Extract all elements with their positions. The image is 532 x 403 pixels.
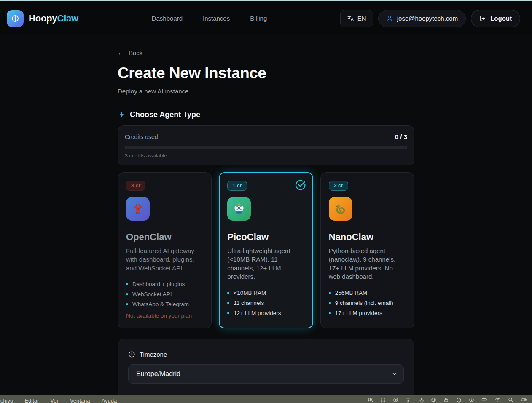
credit-badge: 2 cr: [329, 181, 348, 191]
agent-description: Full-featured AI gateway with dashboard,…: [126, 247, 203, 272]
menu-item-archivo[interactable]: chivo: [0, 398, 13, 403]
back-label: Back: [129, 49, 142, 56]
toggle-icon[interactable]: [521, 397, 527, 403]
info-icon[interactable]: [469, 397, 474, 403]
lobster-icon: [126, 197, 150, 221]
nav-item-dashboard[interactable]: Dashboard: [152, 15, 183, 22]
feature-item: Dashboard + plugins: [126, 281, 203, 287]
feature-item: 9 channels (incl. email): [329, 300, 406, 306]
logout-label: Logout: [490, 15, 512, 22]
system-tray: [368, 397, 532, 403]
agent-features: 256MB RAM 9 channels (incl. email) 17+ L…: [329, 290, 406, 316]
timezone-label-row: Timezone: [128, 351, 404, 358]
availability-note: Not available on your plan: [126, 312, 203, 319]
bullet-dot: [329, 292, 331, 294]
instance-config-panel: Timezone Europe/Madrid LLM Provider * An…: [118, 339, 414, 403]
bullet-dot: [227, 312, 229, 314]
credits-note: 3 credits available: [125, 153, 407, 159]
bullet-dot: [227, 302, 229, 304]
credits-panel: Credits used 0 / 3 3 credits available: [118, 125, 414, 165]
bullet-dot: [126, 283, 128, 285]
page-title: Create New Instance: [118, 64, 414, 82]
users-icon[interactable]: [368, 397, 373, 403]
user-icon: [386, 15, 393, 22]
bullet-dot: [126, 303, 128, 305]
nav-item-billing[interactable]: Billing: [250, 15, 267, 22]
agent-card-openclaw: 8 cr OpenClaw Full-featured AI gatew: [118, 172, 212, 328]
timezone-select[interactable]: Europe/Madrid: [128, 364, 404, 384]
timezone-label: Timezone: [140, 351, 167, 358]
agent-cards: 8 cr OpenClaw Full-featured AI gatew: [118, 172, 414, 328]
wifi-icon[interactable]: [495, 397, 501, 403]
language-label: EN: [357, 15, 366, 22]
agent-card-picoclaw[interactable]: 1 cr: [219, 172, 313, 328]
search-icon[interactable]: [508, 397, 513, 403]
feature-item: WebSocket API: [126, 291, 203, 297]
menu-item-ayuda[interactable]: Ayuda: [102, 398, 117, 403]
nav-item-instances[interactable]: Instances: [203, 15, 230, 22]
feature-item: 12+ LLM providers: [227, 310, 304, 316]
feature-item: <10MB RAM: [227, 290, 304, 296]
selected-check-icon: [295, 179, 306, 191]
header-actions: EN jose@hoopytech.com Logout: [340, 10, 520, 27]
menu-item-ver[interactable]: Ver: [50, 398, 59, 403]
bullet-dot: [227, 292, 229, 294]
bullet-dot: [126, 293, 128, 295]
history-icon[interactable]: [418, 397, 424, 403]
desktop-menus: chivo Editar Ver Ventana Ayuda: [0, 398, 117, 403]
bolt-icon: [118, 111, 126, 119]
agent-name: PicoClaw: [227, 232, 304, 243]
main-content: ← Back Create New Instance Deploy a new …: [118, 35, 414, 403]
app-header: HoopyClaw Dashboard Instances Billing EN…: [0, 1, 532, 35]
expand-icon[interactable]: [380, 397, 386, 403]
section-header: Choose Agent Type: [118, 110, 414, 119]
back-arrow-icon: ←: [118, 49, 125, 56]
back-link[interactable]: ← Back: [118, 49, 142, 56]
feature-item: 17+ LLM providers: [329, 310, 406, 316]
section-title: Choose Agent Type: [130, 110, 200, 119]
robot-icon: [227, 197, 251, 221]
brand[interactable]: HoopyClaw: [7, 10, 78, 27]
credits-label: Credits used: [125, 133, 158, 140]
bullet-dot: [329, 312, 331, 314]
feature-item: 256MB RAM: [329, 290, 406, 296]
languages-icon: [347, 15, 354, 22]
desktop-menu-bar: chivo Editar Ver Ventana Ayuda: [0, 395, 532, 403]
agent-features: Dashboard + plugins WebSocket API WhatsA…: [126, 281, 203, 307]
stand-icon[interactable]: [406, 397, 411, 403]
user-email: jose@hoopytech.com: [397, 15, 458, 22]
power-icon[interactable]: [456, 397, 462, 403]
page-subtitle: Deploy a new AI instance: [118, 88, 414, 95]
logout-button[interactable]: Logout: [471, 10, 520, 27]
agent-card-nanoclaw[interactable]: 2 cr NanoClaw Python-based agent (nanocl…: [320, 172, 414, 328]
brand-logo-icon: [7, 10, 24, 27]
lock-icon[interactable]: [443, 397, 449, 403]
feature-item: WhatsApp & Telegram: [126, 301, 203, 307]
snake-icon: [329, 197, 352, 221]
agent-features: <10MB RAM 11 channels 12+ LLM providers: [227, 290, 304, 316]
globe-icon[interactable]: [431, 397, 436, 403]
agent-name: NanoClaw: [329, 232, 406, 243]
agent-description: Python-based agent (nanoclaw). 9 channel…: [329, 247, 406, 281]
logout-icon: [479, 15, 486, 22]
feature-item: 11 channels: [227, 300, 304, 306]
credit-badge: 1 cr: [227, 181, 247, 191]
record-icon[interactable]: [393, 397, 398, 403]
credits-progress-bar: [125, 146, 407, 149]
credit-badge: 8 cr: [126, 181, 145, 191]
main-nav: Dashboard Instances Billing: [78, 15, 340, 22]
battery-icon[interactable]: [481, 397, 488, 403]
language-button[interactable]: EN: [340, 10, 373, 27]
agent-description: Ultra-lightweight agent (<10MB RAM). 11 …: [227, 247, 304, 281]
menu-item-ventana[interactable]: Ventana: [70, 398, 90, 403]
credits-value: 0 / 3: [395, 133, 407, 140]
user-email-pill[interactable]: jose@hoopytech.com: [378, 10, 466, 27]
bullet-dot: [329, 302, 331, 304]
clock-icon: [128, 351, 135, 358]
brand-name: HoopyClaw: [29, 13, 78, 24]
menu-item-editar[interactable]: Editar: [24, 398, 39, 403]
agent-name: OpenClaw: [126, 232, 203, 243]
